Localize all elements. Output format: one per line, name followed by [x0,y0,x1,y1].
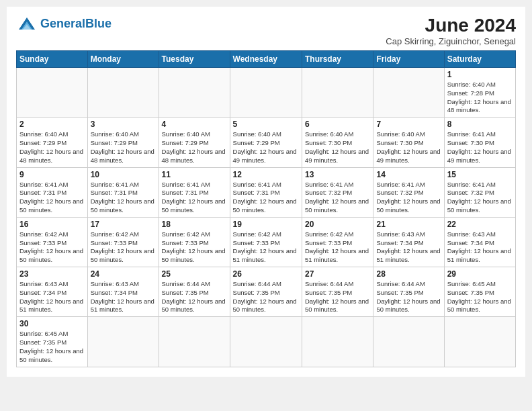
calendar-cell [230,68,302,118]
day-number: 10 [91,170,156,179]
day-info: Sunrise: 6:44 AM Sunset: 7:35 PM Dayligh… [305,280,370,314]
calendar-cell: 25Sunrise: 6:44 AM Sunset: 7:35 PM Dayli… [159,267,230,317]
day-number: 18 [162,220,227,229]
day-number: 22 [447,220,513,229]
day-info: Sunrise: 6:44 AM Sunset: 7:35 PM Dayligh… [233,280,299,314]
day-number: 9 [19,170,85,179]
day-number: 25 [162,269,227,279]
calendar-cell [87,68,159,118]
weekday-header-row: Sunday Monday Tuesday Wednesday Thursday… [17,51,516,68]
calendar-cell: 6Sunrise: 6:40 AM Sunset: 7:30 PM Daylig… [302,118,373,167]
day-number: 3 [91,120,156,129]
header-saturday: Saturday [444,51,515,68]
header-thursday: Thursday [302,51,373,68]
calendar-cell: 15Sunrise: 6:41 AM Sunset: 7:32 PM Dayli… [444,167,515,217]
header-tuesday: Tuesday [159,51,230,68]
day-number: 4 [162,120,227,129]
day-number: 17 [91,220,156,229]
header-sunday: Sunday [17,51,88,68]
subtitle: Cap Skirring, Ziguinchor, Senegal [386,36,516,46]
day-number: 29 [447,269,513,279]
calendar-cell: 4Sunrise: 6:40 AM Sunset: 7:29 PM Daylig… [159,118,230,167]
calendar-cell: 14Sunrise: 6:41 AM Sunset: 7:32 PM Dayli… [373,167,444,217]
calendar-cell: 10Sunrise: 6:41 AM Sunset: 7:31 PM Dayli… [87,167,159,217]
calendar-cell: 24Sunrise: 6:43 AM Sunset: 7:34 PM Dayli… [87,267,159,317]
day-number: 13 [305,170,370,179]
calendar-cell: 5Sunrise: 6:40 AM Sunset: 7:29 PM Daylig… [230,118,302,167]
day-number: 6 [305,120,370,129]
calendar-cell: 19Sunrise: 6:42 AM Sunset: 7:33 PM Dayli… [230,217,302,267]
day-info: Sunrise: 6:42 AM Sunset: 7:33 PM Dayligh… [162,230,227,265]
logo-text: GeneralBlue [40,17,112,31]
calendar-cell: 23Sunrise: 6:43 AM Sunset: 7:34 PM Dayli… [17,267,88,317]
calendar-cell: 18Sunrise: 6:42 AM Sunset: 7:33 PM Dayli… [159,217,230,267]
calendar-cell: 26Sunrise: 6:44 AM Sunset: 7:35 PM Dayli… [230,267,302,317]
week-row-5: 23Sunrise: 6:43 AM Sunset: 7:34 PM Dayli… [17,267,516,317]
week-row-2: 2Sunrise: 6:40 AM Sunset: 7:29 PM Daylig… [17,118,516,167]
day-number: 26 [233,269,299,279]
calendar-cell [373,68,444,118]
day-number: 20 [305,220,370,229]
calendar-cell: 22Sunrise: 6:43 AM Sunset: 7:34 PM Dayli… [444,217,515,267]
day-info: Sunrise: 6:42 AM Sunset: 7:33 PM Dayligh… [233,230,299,265]
calendar-cell [373,317,444,367]
day-info: Sunrise: 6:45 AM Sunset: 7:35 PM Dayligh… [447,280,513,314]
day-info: Sunrise: 6:44 AM Sunset: 7:35 PM Dayligh… [376,280,441,314]
day-number: 1 [447,70,513,79]
day-info: Sunrise: 6:41 AM Sunset: 7:31 PM Dayligh… [91,181,156,215]
calendar-cell: 2Sunrise: 6:40 AM Sunset: 7:29 PM Daylig… [17,118,88,167]
calendar-cell: 28Sunrise: 6:44 AM Sunset: 7:35 PM Dayli… [373,267,444,317]
day-info: Sunrise: 6:43 AM Sunset: 7:34 PM Dayligh… [376,230,441,265]
day-number: 23 [19,269,85,279]
calendar-table: Sunday Monday Tuesday Wednesday Thursday… [16,50,516,367]
day-info: Sunrise: 6:41 AM Sunset: 7:32 PM Dayligh… [305,181,370,215]
calendar-cell: 17Sunrise: 6:42 AM Sunset: 7:33 PM Dayli… [87,217,159,267]
day-info: Sunrise: 6:41 AM Sunset: 7:31 PM Dayligh… [19,181,85,215]
calendar-page: GeneralBlue June 2024 Cap Skirring, Zigu… [7,7,525,377]
calendar-cell: 8Sunrise: 6:41 AM Sunset: 7:30 PM Daylig… [444,118,515,167]
day-info: Sunrise: 6:41 AM Sunset: 7:32 PM Dayligh… [376,181,441,215]
calendar-cell: 13Sunrise: 6:41 AM Sunset: 7:32 PM Dayli… [302,167,373,217]
day-number: 19 [233,220,299,229]
calendar-cell: 11Sunrise: 6:41 AM Sunset: 7:31 PM Dayli… [159,167,230,217]
logo-general: General [40,17,85,30]
day-number: 11 [162,170,227,179]
day-number: 16 [19,220,85,229]
day-number: 12 [233,170,299,179]
header-monday: Monday [87,51,159,68]
day-info: Sunrise: 6:42 AM Sunset: 7:33 PM Dayligh… [305,230,370,265]
day-info: Sunrise: 6:43 AM Sunset: 7:34 PM Dayligh… [19,280,85,314]
day-info: Sunrise: 6:40 AM Sunset: 7:30 PM Dayligh… [305,130,370,165]
main-title: June 2024 [386,15,516,36]
calendar-cell: 20Sunrise: 6:42 AM Sunset: 7:33 PM Dayli… [302,217,373,267]
header-friday: Friday [373,51,444,68]
day-info: Sunrise: 6:40 AM Sunset: 7:29 PM Dayligh… [91,130,156,165]
calendar-cell [302,68,373,118]
calendar-cell: 9Sunrise: 6:41 AM Sunset: 7:31 PM Daylig… [17,167,88,217]
day-info: Sunrise: 6:40 AM Sunset: 7:28 PM Dayligh… [447,81,513,115]
calendar-cell [159,317,230,367]
day-number: 30 [19,319,85,328]
calendar-cell: 1Sunrise: 6:40 AM Sunset: 7:28 PM Daylig… [444,68,515,118]
calendar-cell: 21Sunrise: 6:43 AM Sunset: 7:34 PM Dayli… [373,217,444,267]
day-info: Sunrise: 6:44 AM Sunset: 7:35 PM Dayligh… [162,280,227,314]
day-info: Sunrise: 6:40 AM Sunset: 7:29 PM Dayligh… [233,130,299,165]
day-number: 27 [305,269,370,279]
day-number: 14 [376,170,441,179]
calendar-cell [159,68,230,118]
day-number: 24 [91,269,156,279]
calendar-cell: 29Sunrise: 6:45 AM Sunset: 7:35 PM Dayli… [444,267,515,317]
day-number: 8 [447,120,513,129]
calendar-cell [302,317,373,367]
day-info: Sunrise: 6:40 AM Sunset: 7:30 PM Dayligh… [376,130,441,165]
day-number: 5 [233,120,299,129]
week-row-6: 30Sunrise: 6:45 AM Sunset: 7:35 PM Dayli… [17,317,516,367]
calendar-cell: 7Sunrise: 6:40 AM Sunset: 7:30 PM Daylig… [373,118,444,167]
day-info: Sunrise: 6:41 AM Sunset: 7:31 PM Dayligh… [233,181,299,215]
day-info: Sunrise: 6:42 AM Sunset: 7:33 PM Dayligh… [19,230,85,265]
week-row-1: 1Sunrise: 6:40 AM Sunset: 7:28 PM Daylig… [17,68,516,118]
day-info: Sunrise: 6:41 AM Sunset: 7:31 PM Dayligh… [162,181,227,215]
day-number: 21 [376,220,441,229]
calendar-cell: 16Sunrise: 6:42 AM Sunset: 7:33 PM Dayli… [17,217,88,267]
day-info: Sunrise: 6:42 AM Sunset: 7:33 PM Dayligh… [91,230,156,265]
